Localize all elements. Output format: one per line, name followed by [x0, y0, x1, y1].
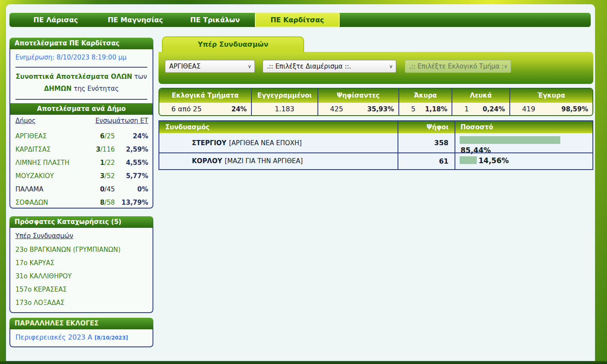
- col-municipality: Δήμος: [15, 117, 36, 129]
- result-row: ΚΟΡΛΟΥ[ΜΑΖΙ ΓΙΑ ΤΗΝ ΑΡΓΙΘΕΑ] 61 14,56%: [159, 152, 592, 169]
- candidate-name: ΣΤΕΡΓΙΟΥ: [192, 139, 226, 147]
- candidate-name: ΚΟΡΛΟΥ: [192, 157, 222, 165]
- stat-label: Εγγεγραμμένοι: [252, 89, 317, 103]
- municipality-pct: 4,55%: [115, 159, 148, 167]
- municipality-link[interactable]: ΛΙΜΝΗΣ ΠΛΑΣΤΗ: [15, 159, 74, 167]
- stat-value: 6 από 25: [171, 105, 202, 113]
- summary-part4: της Ενότητας: [74, 85, 119, 92]
- stat-pct: 35,93%: [367, 105, 394, 113]
- municipality-table: Δήμος Ενσωμάτωση ΕΤ ΑΡΓΙΘΕΑΣ 6/25 24% ΚΑ…: [15, 117, 148, 209]
- summary-part2: των: [134, 73, 147, 81]
- result-row: ΣΤΕΡΓΙΟΥ[ΑΡΓΙΘΕΑ ΝΕΑ ΕΠΟΧΗ] 358 85,44%: [159, 133, 592, 152]
- stat-valid: Έγκυρα 41998,59%: [509, 89, 592, 115]
- municipality-count: 1/22: [74, 159, 115, 167]
- municipality-row: ΑΡΓΙΘΕΑΣ 6/25 24%: [15, 129, 148, 143]
- count-done: 8: [100, 199, 104, 206]
- count-total: /58: [105, 199, 115, 206]
- combination-cell: ΚΟΡΛΟΥ[ΜΑΖΙ ΓΙΑ ΤΗΝ ΑΡΓΙΘΕΑ]: [159, 152, 398, 169]
- municipality-count: 8/58: [74, 199, 115, 206]
- municipality-select[interactable]: ΑΡΓΙΘΕΑΣ ∨: [165, 60, 255, 73]
- chevron-down-icon: ∨: [389, 60, 393, 72]
- tab-pe-trikalon[interactable]: ΠΕ Τρικάλων: [175, 16, 255, 24]
- count-done: 1: [100, 159, 104, 167]
- stat-value: 5: [411, 105, 416, 113]
- stat-value: 1: [464, 105, 469, 113]
- recent-entries-panel: Υπέρ Συνδυασμών 23ο ΒΡΑΓΚΙΑΝΩΝ (ΓΡΥΜΠΙΑΝ…: [9, 228, 153, 313]
- results-panel-title: Αποτελέσματα ΠΕ Καρδίτσας: [9, 38, 153, 49]
- parallel-elections-title: ΠΑΡΑΛΛΗΛΕΣ ΕΚΛΟΓΕΣ: [9, 318, 153, 329]
- count-total: /52: [105, 172, 115, 180]
- tab-combinations[interactable]: Υπέρ Συνδυασμών: [162, 36, 304, 52]
- recent-entry-link[interactable]: 173ο ΛΟΞΑΔΑΣ: [15, 299, 64, 307]
- count-total: /116: [100, 146, 115, 153]
- recent-entry-link[interactable]: 157ο ΚΕΡΑΣΕΑΣ: [15, 286, 67, 293]
- count-done: 3: [100, 172, 104, 180]
- municipality-link[interactable]: ΑΡΓΙΘΕΑΣ: [15, 132, 74, 140]
- stat-pct: 24%: [231, 105, 247, 113]
- stat-label: Ψηφίσαντες: [318, 89, 398, 103]
- count-done: 6: [100, 132, 104, 140]
- row-divider: [159, 152, 592, 153]
- footer-bar: [0, 361, 607, 364]
- municipality-pct: 2,59%: [115, 146, 148, 153]
- municipality-pct: 24%: [115, 132, 148, 140]
- precinct-select-value: .:: Επιλέξτε Εκλογικό Τμήμα :: [409, 63, 504, 70]
- recent-entry-link[interactable]: 17ο ΚΑΡΥΑΣ: [15, 259, 54, 267]
- parallel-election-label: Περιφερειακές 2023 Α: [15, 333, 93, 341]
- col-integration: Ενσωμάτωση ΕΤ: [96, 117, 148, 129]
- parallel-election-link[interactable]: Περιφερειακές 2023 Α [8/10/2023]: [15, 333, 128, 341]
- recent-entry-link[interactable]: 31ο ΚΑΛΛΙΘΗΡΟΥ: [15, 272, 72, 280]
- party-name: [ΜΑΖΙ ΓΙΑ ΤΗΝ ΑΡΓΙΘΕΑ]: [225, 157, 303, 165]
- percent-bar: [460, 156, 477, 164]
- combination-cell: ΣΤΕΡΓΙΟΥ[ΑΡΓΙΘΕΑ ΝΕΑ ΕΠΟΧΗ]: [159, 133, 398, 152]
- tab-pe-karditsas[interactable]: ΠΕ Καρδίτσας: [255, 12, 340, 27]
- stat-label: Άκυρα: [399, 89, 452, 103]
- update-timestamp: Ενημέρωση: 8/10/2023 8:19:00 μμ: [15, 54, 126, 61]
- results-table-header: Συνδυασμός Ψήφοι Ποσοστό: [159, 121, 592, 133]
- percent-cell: 14,56%: [455, 152, 592, 169]
- stat-blank: Λευκά 10,24%: [452, 89, 509, 115]
- stats-bar: Εκλογικά Τμήματα 6 από 2524% Εγγεγραμμέν…: [158, 88, 593, 116]
- stat-invalid: Άκυρα 51,18%: [398, 89, 452, 115]
- parallel-election-date: [8/10/2023]: [95, 335, 128, 341]
- stat-label: Εκλογικά Τμήματα: [159, 89, 251, 103]
- municipality-select-value: ΑΡΓΙΘΕΑΣ: [169, 63, 200, 70]
- stat-value: 425: [330, 105, 344, 113]
- results-panel: Ενημέρωση: 8/10/2023 8:19:00 μμ Συνοπτικ…: [9, 49, 153, 209]
- stat-value: 419: [522, 105, 535, 113]
- col-combination: Συνδυασμός: [159, 121, 398, 133]
- municipality-link[interactable]: ΠΑΛΑΜΑ: [15, 185, 74, 193]
- votes-cell: 61: [398, 152, 455, 169]
- parallel-elections-panel: Περιφερειακές 2023 Α [8/10/2023]: [9, 329, 153, 347]
- municipality-pct: 13,79%: [115, 199, 148, 206]
- municipality-row: ΜΟΥΖΑΚΙΟΥ 3/52 5,77%: [15, 169, 148, 182]
- district-select[interactable]: .:: Επιλέξτε Διαμέρισμα ::. ∨: [263, 60, 396, 73]
- municipality-count: 0/45: [74, 185, 115, 193]
- percent-label: 14,56%: [478, 156, 509, 165]
- municipality-link[interactable]: ΣΟΦΑΔΩΝ: [15, 199, 74, 206]
- divider: [15, 67, 147, 68]
- chevron-down-icon: ∨: [248, 60, 251, 72]
- municipality-table-header: Δήμος Ενσωμάτωση ΕΤ: [15, 117, 148, 129]
- stat-label: Έγκυρα: [510, 89, 592, 103]
- municipality-row: ΛΙΜΝΗΣ ΠΛΑΣΤΗ 1/22 4,55%: [15, 156, 148, 169]
- municipality-count: 6/25: [74, 132, 115, 140]
- precinct-select[interactable]: .:: Επιλέξτε Εκλογικό Τμήμα : ∨: [405, 60, 511, 73]
- results-table: Συνδυασμός Ψήφοι Ποσοστό ΣΤΕΡΓΙΟΥ[ΑΡΓΙΘΕ…: [158, 120, 593, 170]
- stat-pct: 1,18%: [425, 105, 447, 113]
- per-municipality-header: Αποτελέσματα ανά Δήμο: [10, 103, 152, 115]
- col-percent: Ποσοστό: [455, 121, 592, 133]
- recent-entry-link[interactable]: 23ο ΒΡΑΓΚΙΑΝΩΝ (ΓΡΥΜΠΙΑΝΩΝ): [15, 246, 120, 254]
- municipality-count: 3/52: [74, 172, 115, 180]
- stat-pct: 0,24%: [483, 105, 505, 113]
- stat-precincts: Εκλογικά Τμήματα 6 από 2524%: [159, 89, 251, 115]
- recent-entries-title: Πρόσφατες Καταχωρήσεις (5): [9, 216, 153, 228]
- votes-cell: 358: [398, 133, 455, 152]
- tab-pe-magnisias[interactable]: ΠΕ Μαγνησίας: [96, 16, 175, 24]
- summary-all-municipalities-link[interactable]: Συνοπτικά Αποτελέσματα ΟΛΩΝ των ΔΗΜΩΝ τη…: [10, 71, 152, 95]
- municipality-row: ΠΑΛΑΜΑ 0/45 0%: [15, 182, 148, 196]
- tab-pe-larisas[interactable]: ΠΕ Λάρισας: [16, 16, 96, 24]
- municipality-link[interactable]: ΜΟΥΖΑΚΙΟΥ: [15, 172, 74, 180]
- percent-label: 85,44%: [460, 146, 491, 155]
- municipality-link[interactable]: ΚΑΡΔΙΤΣΑΣ: [15, 146, 74, 153]
